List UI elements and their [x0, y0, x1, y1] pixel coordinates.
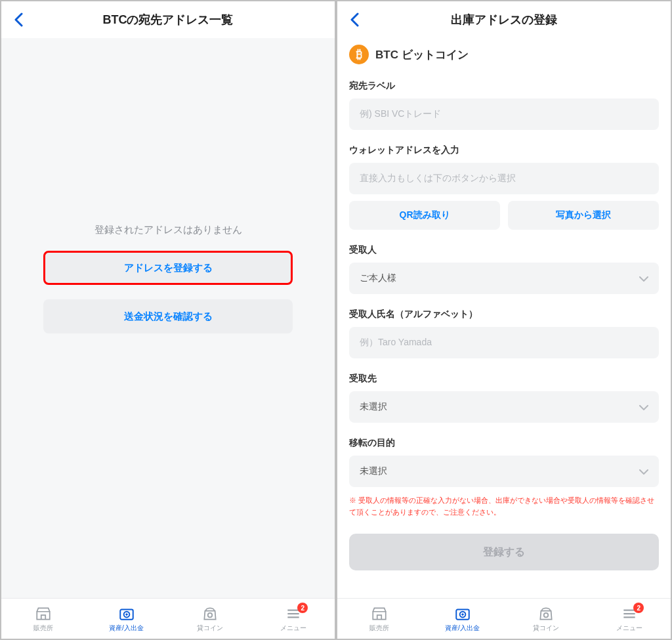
wallet-field-label: ウォレットアドレスを入力: [349, 144, 659, 156]
store-icon: [35, 605, 52, 622]
recipient-name-placeholder: 例）Taro Yamada: [360, 337, 432, 349]
coin-header: ₿ BTC ビットコイン: [349, 45, 659, 64]
wallet-input[interactable]: 直接入力もしくは下のボタンから選択: [349, 163, 659, 194]
svg-point-2: [207, 612, 212, 617]
header-left: BTCの宛先アドレス一覧: [1, 1, 335, 38]
notification-badge: 2: [297, 603, 308, 613]
register-address-label: アドレスを登録する: [124, 262, 213, 274]
purpose-value: 未選択: [360, 465, 387, 477]
back-button[interactable]: [10, 12, 26, 28]
left-content: 登録されたアドレスはありません アドレスを登録する 送金状況を確認する: [1, 38, 335, 598]
chevron-down-icon: [639, 273, 648, 284]
back-icon: [14, 12, 23, 27]
tab-label: 販売所: [369, 624, 389, 633]
tab-label: 販売所: [33, 624, 53, 633]
destination-value: 未選択: [360, 401, 387, 413]
btc-icon: ₿: [349, 45, 369, 64]
chevron-down-icon: [639, 402, 648, 412]
tab-exchange[interactable]: 販売所: [337, 599, 421, 639]
tab-label: メニュー: [280, 624, 306, 633]
photo-btn-label: 写真から選択: [556, 209, 611, 221]
check-status-button[interactable]: 送金状況を確認する: [43, 299, 293, 333]
label-field-label: 宛先ラベル: [349, 80, 659, 92]
submit-label: 登録する: [483, 545, 525, 559]
chevron-down-icon: [639, 466, 648, 477]
tab-label: 貸コイン: [197, 624, 223, 633]
purpose-field-label: 移転の目的: [349, 437, 659, 449]
tab-lending[interactable]: 貸コイン: [504, 599, 587, 639]
tab-assets[interactable]: 資産/入出金: [421, 599, 504, 639]
assets-icon: [118, 605, 135, 622]
page-title: 出庫アドレスの登録: [451, 12, 557, 28]
wallet-placeholder: 直接入力もしくは下のボタンから選択: [360, 173, 516, 184]
recipient-name-field-label: 受取人氏名（アルファベット）: [349, 309, 659, 320]
register-address-button[interactable]: アドレスを登録する: [43, 251, 293, 285]
recipient-field-label: 受取人: [349, 244, 659, 256]
tab-label: 貸コイン: [533, 624, 559, 633]
qr-scan-button[interactable]: QR読み取り: [349, 201, 500, 230]
tab-exchange[interactable]: 販売所: [1, 599, 85, 639]
label-input[interactable]: 例) SBI VCトレード: [349, 98, 659, 130]
tabbar: 販売所 資産/入出金 貸コイン メニュー 2: [337, 598, 671, 639]
tab-assets[interactable]: 資産/入出金: [85, 599, 168, 639]
photo-select-button[interactable]: 写真から選択: [508, 201, 659, 230]
recipient-select[interactable]: ご本人様: [349, 263, 659, 294]
purpose-select[interactable]: 未選択: [349, 456, 659, 487]
tabbar: 販売所 資産/入出金 貸コイン メニュー 2: [1, 598, 335, 639]
coin-name: BTC ビットコイン: [375, 47, 469, 62]
svg-point-8: [543, 612, 548, 617]
tab-label: 資産/入出金: [445, 624, 480, 633]
submit-button[interactable]: 登録する: [349, 534, 659, 570]
tab-label: 資産/入出金: [109, 624, 144, 633]
back-icon: [350, 12, 359, 27]
page-title: BTCの宛先アドレス一覧: [103, 12, 234, 28]
back-button[interactable]: [346, 12, 362, 28]
label-placeholder: 例) SBI VCトレード: [360, 108, 441, 120]
destination-select[interactable]: 未選択: [349, 391, 659, 423]
assets-icon: [454, 605, 471, 622]
phone-left: BTCの宛先アドレス一覧 登録されたアドレスはありません アドレスを登録する 送…: [1, 1, 335, 639]
store-icon: [371, 605, 388, 622]
tab-lending[interactable]: 貸コイン: [168, 599, 251, 639]
qr-btn-label: QR読み取り: [400, 209, 450, 221]
header-right: 出庫アドレスの登録: [337, 1, 671, 38]
notification-badge: 2: [633, 603, 644, 613]
lending-icon: [201, 605, 219, 622]
warning-text: ※ 受取人の情報等の正確な入力がない場合、出庫ができない場合や受取人の情報等を確…: [349, 495, 659, 518]
recipient-name-input[interactable]: 例）Taro Yamada: [349, 327, 659, 358]
check-status-label: 送金状況を確認する: [124, 310, 213, 323]
empty-state-text: 登録されたアドレスはありません: [94, 224, 242, 236]
destination-field-label: 受取先: [349, 373, 659, 385]
tab-menu[interactable]: メニュー 2: [251, 599, 335, 639]
tab-label: メニュー: [616, 624, 642, 633]
lending-icon: [537, 605, 555, 622]
recipient-value: ご本人様: [360, 272, 396, 284]
tab-menu[interactable]: メニュー 2: [587, 599, 671, 639]
phone-right: 出庫アドレスの登録 ₿ BTC ビットコイン 宛先ラベル 例) SBI VCトレ…: [337, 1, 671, 639]
right-content: ₿ BTC ビットコイン 宛先ラベル 例) SBI VCトレード ウォレットアド…: [337, 38, 671, 598]
